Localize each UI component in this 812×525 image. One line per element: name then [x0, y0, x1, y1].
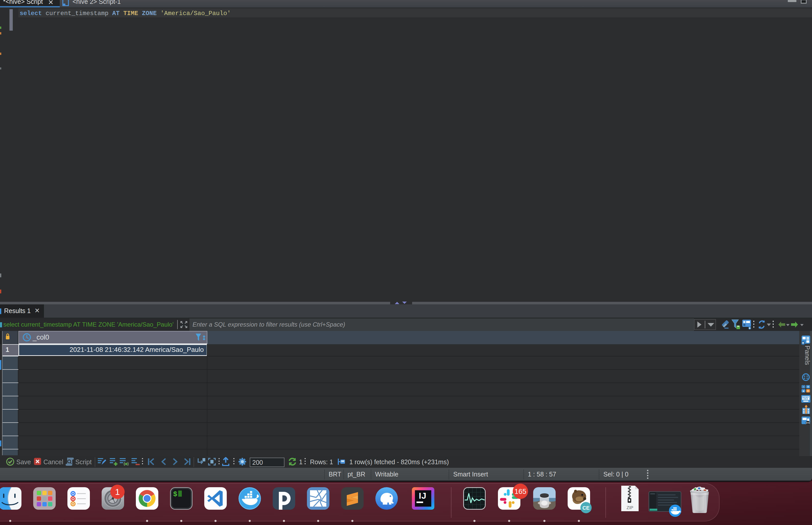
svg-text:$: $: [173, 491, 177, 498]
svg-text:165: 165: [514, 487, 527, 495]
svg-text:1: 1: [115, 487, 120, 497]
svg-text:+: +: [807, 385, 809, 389]
svg-text:-: -: [803, 385, 804, 389]
svg-text:CE: CE: [583, 505, 590, 511]
svg-text:=: =: [807, 389, 809, 393]
svg-text:ZIP: ZIP: [627, 505, 633, 510]
svg-text:x: x: [802, 389, 805, 392]
